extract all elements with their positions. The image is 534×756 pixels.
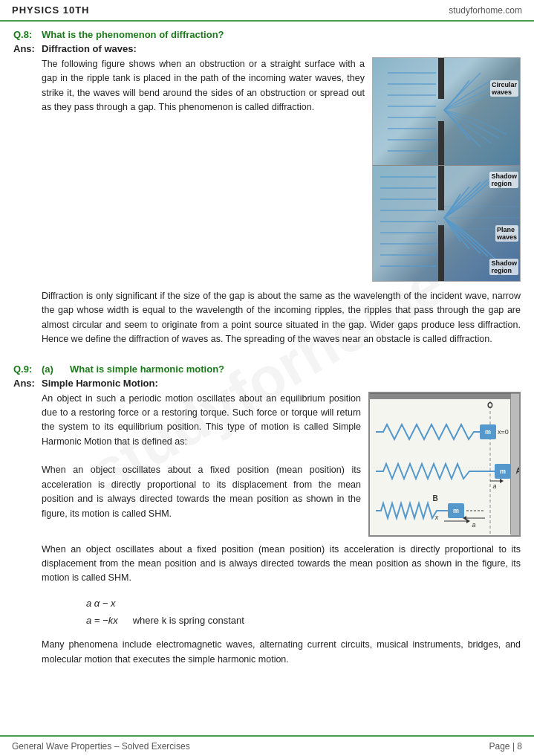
q8-para2: Diffraction is only significant if the s… — [42, 289, 521, 347]
svg-text:a: a — [472, 521, 475, 529]
q8-label: Q.8: — [13, 29, 37, 40]
svg-text:A: A — [515, 467, 521, 475]
q9-ans-title: Simple Harmonic Motion: — [42, 378, 521, 389]
footer-subject-text: General Wave Properties – Solved Exercis… — [12, 741, 190, 752]
q8-ans-block: Ans: Diffraction of waves: The following… — [13, 43, 521, 353]
formula1: a α − x — [86, 595, 521, 612]
formula2-line: a = −kx where k is spring constant — [86, 612, 521, 629]
svg-text:x=0: x=0 — [498, 428, 509, 436]
svg-text:m: m — [500, 468, 506, 475]
svg-text:m: m — [453, 507, 459, 514]
svg-rect-10 — [438, 166, 444, 210]
page-footer: General Wave Properties – Solved Exercis… — [0, 735, 534, 756]
header-title: PHYSICS 10TH — [12, 4, 89, 16]
diffraction-images: Circularwaves — [372, 57, 521, 282]
q8-image: Circularwaves — [372, 57, 521, 282]
main-content: Q.8: What is the phenomenon of diffracti… — [0, 22, 534, 707]
svg-rect-0 — [438, 58, 444, 99]
footer-subject: General Wave Properties – Solved Exercis… — [12, 741, 190, 752]
q8-text-image-1: The following figure shows when an obstr… — [42, 57, 521, 282]
svg-text:O: O — [487, 401, 493, 410]
svg-rect-11 — [438, 225, 444, 281]
q9-shm-with-image: An object in such a periodic motion osci… — [42, 392, 521, 537]
q9-question-line: Q.9: (a) What is simple harmonic motion? — [13, 364, 521, 375]
shadow-region-bottom-label: Shadowregion — [489, 259, 518, 275]
q9-block: Q.9: (a) What is simple harmonic motion?… — [13, 364, 521, 668]
q8-ans-title: Diffraction of waves: — [42, 43, 521, 54]
shadow-region-top-label: Shadowregion — [489, 172, 518, 188]
diff-img-top: Circularwaves — [373, 58, 520, 166]
q8-question-line: Q.8: What is the phenomenon of diffracti… — [13, 29, 521, 40]
q8-ans-label: Ans: — [13, 43, 37, 353]
q8-ans-content: Diffraction of waves: The following figu… — [42, 43, 521, 353]
header-site: studyforhome.com — [449, 5, 522, 16]
formula-block: a α − x a = −kx where k is spring consta… — [86, 595, 521, 630]
q8-para1: The following figure shows when an obstr… — [42, 57, 365, 282]
svg-text:a: a — [492, 482, 496, 490]
q9-spring-diagram-col: m O x=0 — [368, 392, 521, 537]
q9-para1: An object in such a periodic motion osci… — [42, 392, 361, 537]
formula-note: where k is spring constant — [133, 612, 244, 629]
plane-waves-label: Planewaves — [495, 225, 518, 242]
spring-diagram: m O x=0 — [368, 392, 521, 537]
q9-conclusion: Many phenomena include electromagnetic w… — [42, 638, 521, 667]
footer-page: Page | 8 — [489, 741, 522, 752]
page-header: PHYSICS 10TH studyforhome.com — [0, 0, 534, 22]
q9-sub-label: (a) — [42, 364, 65, 375]
q8-question: What is the phenomenon of diffraction? — [42, 29, 224, 40]
q9-para2-full: When an object oscillates about a fixed … — [42, 543, 521, 586]
q9-ans-content: Simple Harmonic Motion: An object in suc… — [42, 378, 521, 668]
svg-rect-1 — [438, 121, 444, 166]
circular-waves-label: Circularwaves — [490, 80, 518, 97]
svg-rect-25 — [370, 393, 521, 399]
svg-text:x: x — [434, 514, 439, 521]
q9-ans-label: Ans: — [13, 378, 37, 668]
svg-text:m: m — [485, 428, 491, 436]
svg-text:B: B — [432, 494, 437, 503]
q9-ans-block: Ans: Simple Harmonic Motion: An object i… — [13, 378, 521, 668]
q9-question: What is simple harmonic motion? — [70, 364, 224, 375]
q9-label: Q.9: — [13, 364, 37, 375]
formula2: a = −kx — [86, 612, 118, 629]
svg-rect-28 — [511, 393, 521, 537]
diff-img-bottom: Shadowregion Planewaves Shadowregion — [373, 166, 520, 281]
q8-block: Q.8: What is the phenomenon of diffracti… — [13, 29, 521, 353]
